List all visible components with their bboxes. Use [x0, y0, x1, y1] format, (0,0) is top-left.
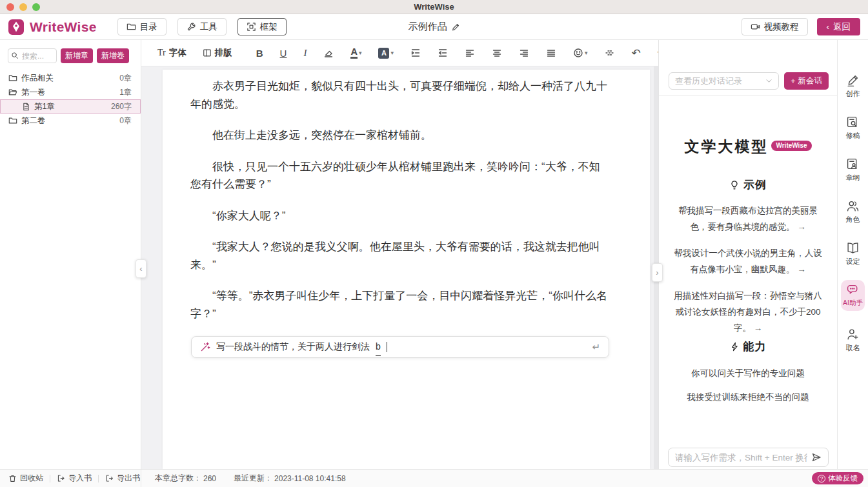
- chapter-tree: 作品相关 0章 第一卷 1章 第1章 260字 第二卷 0章: [0, 71, 141, 128]
- tree-item-count: 0章: [119, 73, 132, 84]
- rail-item-label: AI助手: [843, 299, 863, 308]
- folder-icon: [8, 116, 17, 125]
- example-prompt[interactable]: 帮我设计一个武侠小说的男主角，人设有点像韦小宝，幽默风趣。→: [671, 245, 825, 277]
- rail-item-label: 章纲: [846, 173, 860, 183]
- rail-item-creation[interactable]: 创作: [846, 74, 860, 99]
- search-icon: [11, 52, 19, 59]
- paragraph: “等等。”赤衣男子叫住少年，上下打量了一会，目中闪耀着怪异光芒，“你叫什么名字？…: [190, 287, 609, 323]
- paragraph: 很快，只见一个十五六岁的壮硕少年从棺材铺里跑出来，笑吟吟问：“大爷，不知您有什么…: [190, 158, 609, 194]
- updated-time-value: 2023-11-08 10:41:58: [274, 474, 346, 483]
- video-tutorial-button[interactable]: 视频教程: [742, 18, 808, 35]
- outdent-icon: [438, 48, 448, 58]
- app-header: WriteWise 目录 工具 框架 示例作品 视频教程: [0, 14, 868, 40]
- rail-item-naming[interactable]: 取名: [846, 328, 860, 353]
- brand-name: WriteWise: [30, 19, 97, 35]
- back-button[interactable]: ‹ 返回: [817, 18, 861, 35]
- abilities-heading-text: 能力: [743, 339, 767, 354]
- add-chapter-button[interactable]: 新增章: [61, 48, 93, 63]
- clear-format-button[interactable]: [323, 48, 334, 58]
- bold-button[interactable]: B: [256, 48, 263, 59]
- tree-item-count: 260字: [111, 101, 132, 112]
- chat-input[interactable]: [675, 453, 807, 462]
- arrow-right-icon: →: [754, 323, 763, 333]
- align-center-icon: [492, 48, 502, 58]
- inline-ai-prompt-input[interactable]: 写一段战斗的情节，关于两人进行剑法b ↵: [191, 336, 609, 358]
- history-dropdown[interactable]: 查看历史对话记录: [669, 72, 779, 90]
- updated-label: 最近更新：: [234, 473, 272, 484]
- tree-item-volume-1[interactable]: 第一卷 1章: [0, 85, 141, 99]
- chevron-down-icon: ▾: [359, 50, 362, 56]
- font-color-button[interactable]: A ▾: [350, 47, 361, 59]
- paragraph: “你家大人呢？”: [190, 207, 609, 225]
- lightning-icon: [730, 342, 740, 352]
- pen-icon: [846, 74, 860, 87]
- justify-button[interactable]: [546, 48, 556, 58]
- collapse-sidebar-handle[interactable]: ‹: [136, 259, 146, 278]
- tree-item-label: 第一卷: [21, 87, 46, 98]
- paragraph: “我家大人？您说的是我义父啊。他在屋里头，大爷有需要的话，我这就去把他叫来。”: [190, 238, 609, 273]
- document-title: 示例作品: [409, 21, 460, 33]
- enter-key-icon: ↵: [592, 338, 600, 356]
- example-prompt-text: 用描述性对白描写一段：孙悟空与猪八戒讨论女妖怪的有趣对白，不少于200字。: [674, 291, 822, 333]
- editor-area: 赤衣男子目光如炬，貌似只有四十出头，可真要仔细端倪，却给人一种活了八九十年的感觉…: [141, 66, 658, 469]
- edit-pencil-icon[interactable]: [451, 23, 460, 32]
- rail-item-outline[interactable]: 章纲: [846, 157, 860, 183]
- recycle-bin-button[interactable]: 回收站: [8, 473, 43, 484]
- rail-item-ai-assistant[interactable]: AI助手: [841, 280, 865, 311]
- align-right-button[interactable]: [519, 48, 529, 58]
- justify-icon: [546, 48, 556, 58]
- rail-item-label: 取名: [846, 343, 860, 353]
- indent-button[interactable]: [410, 48, 421, 58]
- recycle-bin-label: 回收站: [20, 473, 43, 484]
- editor-toolbar: Tr 字体 排版 B U I A ▾ A: [141, 40, 658, 66]
- tools-button-label: 工具: [200, 21, 217, 33]
- italic-button[interactable]: I: [303, 48, 307, 59]
- new-chat-button[interactable]: + 新会话: [784, 72, 829, 90]
- font-menu-button[interactable]: Tr 字体: [157, 47, 187, 59]
- tools-button[interactable]: 工具: [177, 18, 227, 35]
- export-book-label: 导出书: [117, 473, 140, 484]
- example-prompt[interactable]: 用描述性对白描写一段：孙悟空与猪八戒讨论女妖怪的有趣对白，不少于200字。→: [671, 288, 825, 336]
- tree-item-works[interactable]: 作品相关 0章: [0, 71, 141, 85]
- highlight-color-button[interactable]: A ▾: [378, 48, 394, 59]
- chat-input-box: [668, 448, 829, 467]
- catalog-button[interactable]: 目录: [117, 18, 167, 35]
- underline-button[interactable]: U: [280, 48, 287, 59]
- tree-item-chapter-1[interactable]: 第1章 260字: [0, 99, 141, 114]
- abilities-heading: 能力: [659, 339, 837, 354]
- writewise-logo-icon: [8, 19, 25, 35]
- document-person-icon: [846, 157, 860, 171]
- inline-prompt-text: 写一段战斗的情节，关于两人进行剑法: [216, 338, 370, 356]
- rail-item-settings[interactable]: 设定: [846, 241, 860, 266]
- layout-menu-button[interactable]: 排版: [203, 47, 232, 59]
- rail-item-characters[interactable]: 角色: [846, 199, 860, 224]
- arrow-right-icon: →: [797, 264, 806, 274]
- align-left-button[interactable]: [465, 48, 475, 58]
- export-icon: [105, 474, 114, 482]
- feedback-button[interactable]: ? 体验反馈: [812, 472, 863, 484]
- export-book-button[interactable]: 导出书: [105, 473, 140, 484]
- add-volume-button[interactable]: 新增卷: [97, 48, 129, 63]
- undo-button[interactable]: ↶: [632, 46, 641, 60]
- ime-composing-text: b: [376, 338, 381, 357]
- text-cursor: [387, 342, 387, 352]
- send-icon[interactable]: [811, 452, 822, 462]
- example-list: 帮我描写一段西藏布达拉宫的美丽景色，要有身临其境的感觉。→ 帮我设计一个武侠小说…: [671, 203, 825, 346]
- import-book-button[interactable]: 导入书: [57, 473, 92, 484]
- framework-button[interactable]: 框架: [237, 18, 287, 35]
- font-menu-label: 字体: [169, 47, 187, 59]
- document-search-icon: [846, 115, 860, 129]
- brand: WriteWise: [8, 19, 97, 35]
- chat-bubble-icon: [846, 283, 860, 297]
- emoji-button[interactable]: ▾: [573, 48, 588, 58]
- tree-item-volume-2[interactable]: 第二卷 0章: [0, 114, 141, 128]
- font-color-icon: A: [350, 47, 357, 59]
- divider-insert-button[interactable]: [605, 48, 615, 58]
- rail-item-revision[interactable]: 修稿: [846, 115, 860, 141]
- outdent-button[interactable]: [438, 48, 448, 58]
- help-icon: ?: [818, 475, 825, 482]
- collapse-panel-handle[interactable]: ›: [652, 263, 663, 282]
- editor-page[interactable]: 赤衣男子目光如炬，貌似只有四十出头，可真要仔细端倪，却给人一种活了八九十年的感觉…: [163, 70, 650, 469]
- example-prompt[interactable]: 帮我描写一段西藏布达拉宫的美丽景色，要有身临其境的感觉。→: [671, 203, 825, 235]
- align-center-button[interactable]: [492, 48, 502, 58]
